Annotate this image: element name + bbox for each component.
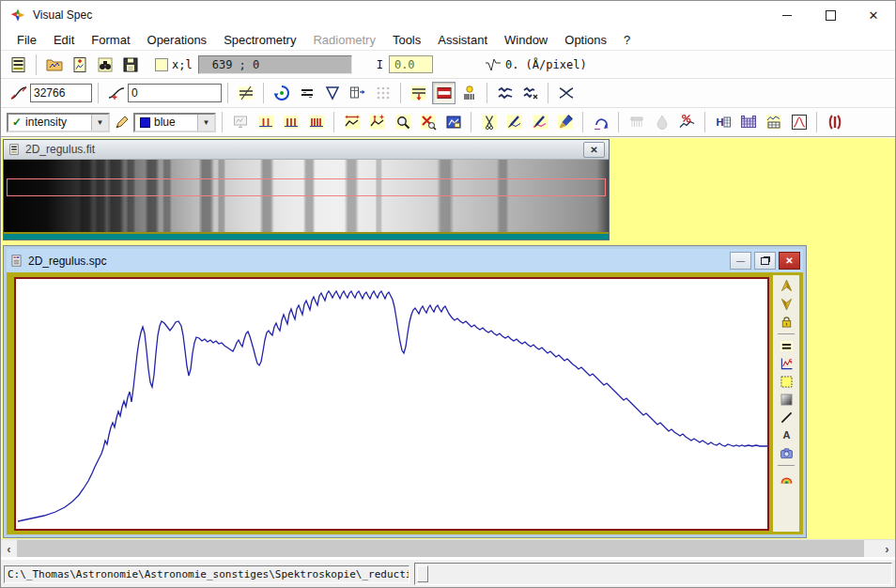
- separator: [816, 112, 817, 132]
- text-tool-icon[interactable]: [775, 426, 797, 444]
- align-lines-icon[interactable]: [295, 82, 318, 104]
- intensity-max-icon[interactable]: [7, 82, 30, 104]
- color-dropdown-value: blue: [150, 116, 197, 129]
- continuum-icon[interactable]: [775, 355, 797, 373]
- normalize-icon[interactable]: [675, 111, 699, 133]
- save-icon[interactable]: [118, 54, 142, 76]
- open-profile-icon[interactable]: [68, 54, 91, 76]
- toolbar-row-1: x;l 639 ; 0 I 0.0 0. (Å/pixel): [1, 51, 895, 79]
- menu-item-tools[interactable]: Tools: [384, 31, 429, 49]
- spc-minimize-button[interactable]: —: [730, 252, 751, 270]
- plot-side-toolbar: [773, 275, 799, 532]
- open-image-icon[interactable]: [42, 54, 66, 76]
- shift-horizontal-icon[interactable]: [340, 111, 363, 133]
- zoom-icon[interactable]: [391, 111, 414, 133]
- hydrogen-table-icon[interactable]: [711, 111, 734, 133]
- close-button[interactable]: ✕: [852, 1, 895, 29]
- spc-window-titlebar[interactable]: 2D_regulus.spc — ✕: [7, 249, 803, 272]
- line-tool-icon[interactable]: [775, 409, 797, 426]
- series-bars-2-icon[interactable]: [279, 111, 302, 133]
- spectrum-strip-image[interactable]: [4, 160, 609, 232]
- camera-icon[interactable]: [775, 444, 797, 462]
- rotate-icon[interactable]: [270, 82, 293, 104]
- equal-icon[interactable]: [775, 337, 797, 355]
- xl-checkbox[interactable]: [155, 58, 168, 71]
- separator: [618, 112, 619, 132]
- strike-profile-icon[interactable]: [234, 82, 257, 104]
- minimize-button[interactable]: [765, 1, 809, 29]
- selection-icon[interactable]: [775, 373, 797, 391]
- spc-profile-window[interactable]: 2D_regulus.spc — ✕: [3, 245, 807, 538]
- menu-item-assistant[interactable]: Assistant: [429, 31, 496, 49]
- coord-label: x;l: [172, 58, 193, 71]
- draw-pink-icon[interactable]: [528, 111, 551, 133]
- undo-icon[interactable]: [589, 111, 612, 133]
- lock-icon[interactable]: [775, 313, 797, 331]
- menu-item-format[interactable]: Format: [83, 31, 138, 49]
- periodic-table-icon[interactable]: [736, 111, 760, 133]
- color-dropdown[interactable]: blue ▼: [133, 113, 216, 132]
- max-intensity-input[interactable]: [30, 84, 92, 102]
- line-list-icon[interactable]: [762, 111, 785, 133]
- spectrum-plot[interactable]: [14, 277, 769, 531]
- unzoom-icon[interactable]: [416, 111, 440, 133]
- spc-window-frame: 2D_regulus.spc — ✕: [4, 246, 806, 537]
- menu-item-options[interactable]: Options: [556, 31, 615, 49]
- compare-remove-icon[interactable]: [518, 82, 542, 104]
- draw-line-icon[interactable]: [502, 111, 526, 133]
- zero-level-input[interactable]: [128, 84, 222, 102]
- menu-item-edit[interactable]: Edit: [45, 31, 83, 49]
- series-bars-3-icon[interactable]: [304, 111, 328, 133]
- reference-flag-icon[interactable]: [432, 82, 456, 104]
- gradient-icon[interactable]: [775, 391, 797, 409]
- separator: [778, 465, 795, 466]
- series-dropdown[interactable]: ✓ intensity ▼: [7, 113, 110, 132]
- copy-table-icon[interactable]: [346, 82, 369, 104]
- browse-icon[interactable]: [93, 54, 116, 76]
- arrow-up-icon[interactable]: [775, 277, 797, 295]
- smooth-brush-icon[interactable]: [553, 111, 577, 133]
- fit-window-titlebar[interactable]: 2D_regulus.fit ✕: [4, 140, 609, 160]
- stacked-profiles-icon[interactable]: [7, 54, 30, 76]
- menu-item-file[interactable]: File: [8, 31, 45, 49]
- menu-item-operations[interactable]: Operations: [139, 31, 216, 49]
- gaussian-fit-icon[interactable]: [787, 111, 811, 133]
- synthesis-icon[interactable]: [823, 111, 846, 133]
- color-dropdown-arrow[interactable]: ▼: [197, 115, 214, 131]
- dispersion-icon[interactable]: [482, 54, 505, 76]
- status-file-path: C:\_Thomas\Astronomie\Astronomie_sonstig…: [4, 565, 409, 583]
- nabla-icon[interactable]: [320, 82, 344, 104]
- toolbar-row-2: [1, 79, 895, 108]
- divide-profiles-icon[interactable]: [554, 82, 578, 104]
- scrollbar-thumb[interactable]: [17, 540, 864, 557]
- scroll-left-arrow[interactable]: ‹: [1, 540, 17, 557]
- intensity-readout: 0.0: [389, 55, 433, 73]
- extract-profile-icon[interactable]: [407, 82, 430, 104]
- menu-item-spectrometry[interactable]: Spectrometry: [215, 31, 304, 49]
- crop-window-icon[interactable]: [441, 111, 465, 133]
- menu-item-window[interactable]: Window: [496, 31, 556, 49]
- series-bars-1-icon[interactable]: [254, 111, 277, 133]
- arrow-down-icon[interactable]: [775, 295, 797, 313]
- compare-profiles-icon[interactable]: [493, 82, 517, 104]
- menu-item-?[interactable]: ?: [615, 31, 639, 49]
- spc-restore-button[interactable]: [754, 252, 776, 270]
- scroll-right-arrow[interactable]: ›: [879, 540, 895, 557]
- scrollbar-track[interactable]: [866, 540, 879, 557]
- spc-document-icon: [9, 254, 23, 268]
- fit-image-window[interactable]: 2D_regulus.fit ✕: [3, 139, 610, 240]
- shift-vertical-icon[interactable]: [365, 111, 389, 133]
- series-dropdown-arrow[interactable]: ▼: [91, 115, 108, 131]
- separator: [333, 112, 334, 132]
- cut-profile-icon[interactable]: [477, 111, 501, 133]
- menu-bar: FileEditFormatOperationsSpectrometryRadi…: [1, 29, 895, 51]
- binning-zone-icon[interactable]: [457, 82, 481, 104]
- pick-icon[interactable]: [110, 111, 133, 133]
- spc-close-button[interactable]: ✕: [779, 252, 800, 270]
- maximize-button[interactable]: [809, 1, 852, 29]
- binning-zone-rect[interactable]: [7, 178, 606, 196]
- separator: [400, 83, 401, 103]
- rainbow-icon[interactable]: [775, 469, 797, 487]
- zero-level-icon[interactable]: [104, 82, 128, 104]
- fit-close-button[interactable]: ✕: [583, 142, 605, 158]
